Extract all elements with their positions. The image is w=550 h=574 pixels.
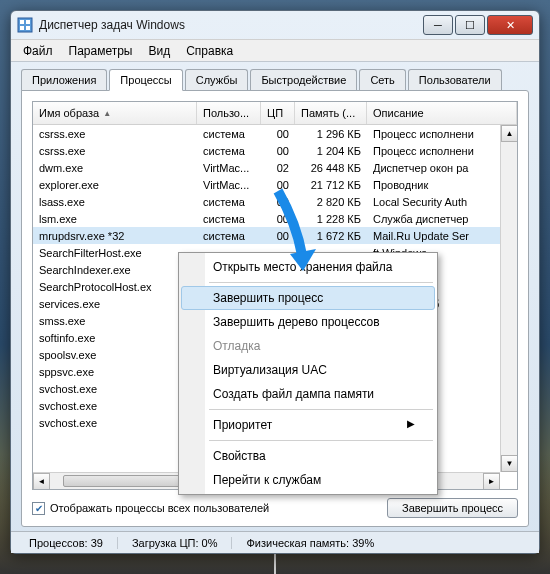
- tab-performance[interactable]: Быстродействие: [250, 69, 357, 91]
- svg-rect-4: [26, 26, 30, 30]
- ctx-go-to-services[interactable]: Перейти к службам: [181, 468, 435, 492]
- sort-ascending-icon: ▲: [103, 109, 111, 118]
- ctx-end-process-tree[interactable]: Завершить дерево процессов: [181, 310, 435, 334]
- vertical-scrollbar[interactable]: ▲ ▼: [500, 125, 517, 472]
- process-row[interactable]: dwm.exeVirtMac...0226 448 КБДиспетчер ок…: [33, 159, 517, 176]
- col-cpu[interactable]: ЦП: [261, 102, 295, 124]
- status-processes: Процессов: 39: [15, 537, 118, 549]
- context-menu: Открыть место хранения файла Завершить п…: [178, 252, 438, 495]
- column-headers: Имя образа▲ Пользо... ЦП Память (... Опи…: [33, 102, 517, 125]
- tab-users[interactable]: Пользователи: [408, 69, 502, 91]
- ctx-end-process[interactable]: Завершить процесс: [181, 286, 435, 310]
- col-memory[interactable]: Память (...: [295, 102, 367, 124]
- status-memory: Физическая память: 39%: [232, 537, 535, 549]
- svg-rect-3: [20, 26, 24, 30]
- menu-view[interactable]: Вид: [140, 42, 178, 60]
- col-user[interactable]: Пользо...: [197, 102, 261, 124]
- titlebar[interactable]: Диспетчер задач Windows ─ ☐ ✕: [11, 11, 539, 39]
- scroll-down-button[interactable]: ▼: [501, 455, 518, 472]
- menu-help[interactable]: Справка: [178, 42, 241, 60]
- show-all-users-checkbox[interactable]: ✔: [32, 502, 45, 515]
- window-title: Диспетчер задач Windows: [39, 18, 423, 32]
- tab-applications[interactable]: Приложения: [21, 69, 107, 91]
- process-row[interactable]: csrss.exeсистема001 204 КБПроцесс исполн…: [33, 142, 517, 159]
- submenu-arrow-icon: ▶: [407, 418, 415, 429]
- ctx-debug[interactable]: Отладка: [181, 334, 435, 358]
- process-row[interactable]: lsm.exeсистема001 228 КБСлужба диспетчер: [33, 210, 517, 227]
- menu-options[interactable]: Параметры: [61, 42, 141, 60]
- app-icon: [17, 17, 33, 33]
- scroll-left-button[interactable]: ◄: [33, 473, 50, 490]
- svg-rect-2: [26, 20, 30, 24]
- maximize-button[interactable]: ☐: [455, 15, 485, 35]
- tab-networking[interactable]: Сеть: [359, 69, 405, 91]
- process-row[interactable]: mrupdsrv.exe *32система001 672 КБMail.Ru…: [33, 227, 517, 244]
- ctx-priority[interactable]: Приоритет▶: [181, 413, 435, 437]
- svg-rect-1: [20, 20, 24, 24]
- col-image-name[interactable]: Имя образа▲: [33, 102, 197, 124]
- tab-processes[interactable]: Процессы: [109, 69, 182, 91]
- status-cpu: Загрузка ЦП: 0%: [118, 537, 233, 549]
- menu-file[interactable]: Файл: [15, 42, 61, 60]
- process-row[interactable]: explorer.exeVirtMac...0021 712 КБПроводн…: [33, 176, 517, 193]
- col-description[interactable]: Описание: [367, 102, 517, 124]
- statusbar: Процессов: 39 Загрузка ЦП: 0% Физическая…: [11, 531, 539, 553]
- show-all-users-label: Отображать процессы всех пользователей: [50, 502, 269, 514]
- process-row[interactable]: csrss.exeсистема001 296 КБПроцесс исполн…: [33, 125, 517, 142]
- tabstrip: Приложения Процессы Службы Быстродействи…: [21, 68, 529, 90]
- ctx-open-file-location[interactable]: Открыть место хранения файла: [181, 255, 435, 279]
- close-button[interactable]: ✕: [487, 15, 533, 35]
- ctx-uac-virtualization[interactable]: Виртуализация UAC: [181, 358, 435, 382]
- ctx-create-dump[interactable]: Создать файл дампа памяти: [181, 382, 435, 406]
- minimize-button[interactable]: ─: [423, 15, 453, 35]
- end-process-button[interactable]: Завершить процесс: [387, 498, 518, 518]
- menubar: Файл Параметры Вид Справка: [11, 39, 539, 61]
- scroll-up-button[interactable]: ▲: [501, 125, 518, 142]
- ctx-properties[interactable]: Свойства: [181, 444, 435, 468]
- tab-services[interactable]: Службы: [185, 69, 249, 91]
- scroll-right-button[interactable]: ►: [483, 473, 500, 490]
- process-row[interactable]: lsass.exeсистема002 820 КБLocal Security…: [33, 193, 517, 210]
